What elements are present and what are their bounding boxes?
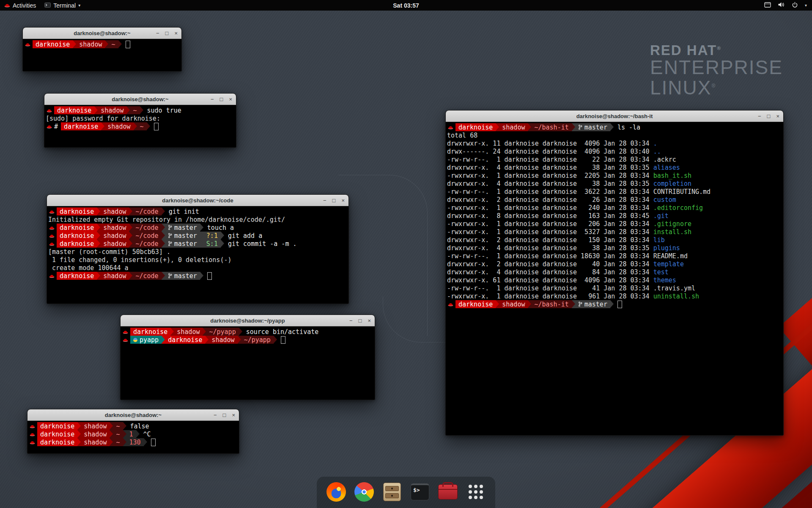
dock-item-toolbox[interactable] bbox=[437, 481, 459, 503]
prompt-segment-path: ~/pyapp bbox=[241, 336, 274, 344]
terminal-window-pyapp[interactable]: darknoise@shadow:~/pyapp −□× darknoisesh… bbox=[120, 315, 375, 400]
maximize-button[interactable]: □ bbox=[220, 97, 223, 102]
powerline-separator bbox=[123, 430, 126, 438]
titlebar[interactable]: darknoise@shadow:~ −□× bbox=[44, 94, 236, 105]
terminal-line: -rw-rw-r--. 1 darknoise darknoise 3622 J… bbox=[447, 188, 782, 196]
prompt-segment-path: ~ bbox=[113, 422, 123, 430]
maximize-button[interactable]: □ bbox=[332, 198, 336, 203]
terminal-line: drwxrwxr-x. 8 darknoise darknoise 163 Ja… bbox=[447, 212, 782, 220]
redhat-fedora-icon bbox=[447, 125, 455, 130]
powerline-separator bbox=[200, 232, 203, 240]
redhat-fedora-icon bbox=[48, 234, 57, 238]
minimize-button[interactable]: − bbox=[758, 113, 761, 119]
prompt-segment-host: shadow bbox=[81, 438, 110, 446]
volume-icon[interactable] bbox=[778, 2, 785, 9]
close-button[interactable]: × bbox=[229, 97, 232, 102]
terminal-line: darknoiseshadow~130 bbox=[29, 438, 238, 446]
dock-item-chrome[interactable] bbox=[353, 481, 375, 503]
ls-line-fields: -rwxrwxr-x. 1 darknoise darknoise 961 Ja… bbox=[447, 293, 653, 300]
redhat-fedora-icon bbox=[29, 440, 37, 444]
dock-item-app-grid[interactable] bbox=[465, 481, 487, 503]
prompt-segment-path: ~/code bbox=[132, 240, 161, 248]
chevron-down-icon[interactable]: ▾ bbox=[805, 3, 807, 8]
terminal-window-home-1[interactable]: darknoise@shadow:~ −□× darknoiseshadow~ bbox=[22, 27, 182, 72]
ls-file-name: lib bbox=[653, 236, 665, 244]
terminal-line: drwxrwxr-x. 2 darknoise darknoise 40 Jan… bbox=[447, 260, 782, 268]
terminal-line: 1 file changed, 0 insertions(+), 0 delet… bbox=[48, 256, 347, 264]
titlebar[interactable]: darknoise@shadow:~/code −□× bbox=[47, 195, 348, 206]
powerline-separator bbox=[73, 40, 76, 48]
minimize-button[interactable]: − bbox=[214, 412, 217, 418]
brand-linux: LINUX® bbox=[650, 78, 783, 98]
output-text: total 68 bbox=[447, 132, 477, 139]
minimize-button[interactable]: − bbox=[323, 198, 326, 203]
file-manager-icon bbox=[383, 483, 401, 501]
titlebar[interactable]: darknoise@shadow:~ −□× bbox=[27, 409, 239, 421]
terminal-window-home-2[interactable]: darknoise@shadow:~ −□× darknoiseshadow~f… bbox=[27, 409, 239, 454]
close-button[interactable]: × bbox=[341, 198, 345, 203]
titlebar[interactable]: darknoise@shadow:~ −□× bbox=[23, 28, 181, 39]
terminal-content[interactable]: darknoiseshadow~/pyappsource bin/activat… bbox=[121, 326, 375, 400]
window-switcher-icon[interactable] bbox=[764, 2, 771, 9]
close-button[interactable]: × bbox=[232, 412, 235, 418]
prompt-segment-git: master bbox=[575, 300, 610, 308]
terminal-line: Initialized empty Git repository in /hom… bbox=[48, 215, 347, 224]
ls-line-fields: drwxrwxr-x. 8 darknoise darknoise 163 Ja… bbox=[447, 212, 653, 220]
redhat-fedora-icon bbox=[122, 330, 130, 334]
dock-item-files[interactable] bbox=[381, 481, 403, 503]
titlebar[interactable]: darknoise@shadow:~/pyapp −□× bbox=[121, 315, 375, 326]
terminal-window-sudo[interactable]: darknoise@shadow:~ −□× darknoiseshadow~s… bbox=[44, 93, 236, 148]
power-icon[interactable] bbox=[792, 2, 798, 9]
powerline-separator bbox=[136, 430, 140, 438]
powerline-separator bbox=[101, 122, 104, 130]
output-text: 1 file changed, 0 insertions(+), 0 delet… bbox=[48, 256, 231, 264]
ls-file-name: .travis.yml bbox=[653, 284, 695, 292]
terminal-line: darknoiseshadow~sudo true bbox=[46, 106, 235, 114]
ls-line-fields: -rw-rw-r--. 1 darknoise darknoise 22 Jan… bbox=[447, 156, 653, 163]
maximize-button[interactable]: □ bbox=[165, 30, 169, 36]
powerline-separator bbox=[200, 272, 203, 280]
terminal-line: pyappdarknoiseshadow~/pyapp bbox=[122, 336, 373, 344]
minimize-button[interactable]: − bbox=[156, 30, 159, 36]
dock-item-terminal[interactable]: $> bbox=[409, 481, 431, 503]
branch-icon bbox=[168, 233, 172, 238]
terminal-content[interactable]: darknoiseshadow~/codegit initInitialized… bbox=[47, 206, 348, 304]
minimize-button[interactable]: − bbox=[349, 318, 353, 323]
close-button[interactable]: × bbox=[368, 318, 371, 323]
prompt-segment-user: darknoise bbox=[57, 232, 97, 240]
titlebar[interactable]: darknoise@shadow:~/bash-it −□× bbox=[446, 110, 783, 122]
app-menu-terminal[interactable]: Terminal ▾ bbox=[40, 0, 85, 11]
powerline-separator bbox=[170, 328, 174, 336]
prompt-segment-host: shadow bbox=[98, 106, 126, 114]
prompt-segment-user: darknoise bbox=[455, 300, 496, 308]
terminal-app-icon: $> bbox=[411, 483, 429, 500]
terminal-content[interactable]: darknoiseshadow~falsedarknoiseshadow~1^C… bbox=[27, 421, 239, 453]
terminal-line: -rwxrwxr-x. 1 darknoise darknoise 961 Ja… bbox=[447, 292, 782, 300]
terminal-content[interactable]: darknoiseshadow~sudo true[sudo] password… bbox=[44, 105, 236, 147]
ls-line-fields: -rwxrwxr-x. 1 darknoise darknoise 240 Ja… bbox=[447, 204, 653, 212]
powerline-separator bbox=[77, 438, 81, 446]
prompt-segment-path: ~/bash-it bbox=[531, 123, 571, 131]
clock[interactable]: Sat 03:57 bbox=[393, 2, 419, 9]
terminal-line: [sudo] password for darknoise: bbox=[46, 114, 235, 122]
ls-line-fields: drwxrwxr-x. 11 darknoise darknoise 4096 … bbox=[447, 140, 653, 147]
close-button[interactable]: × bbox=[776, 113, 779, 119]
activities-button[interactable]: Activities bbox=[0, 0, 40, 11]
terminal-menu-icon bbox=[44, 2, 51, 9]
minimize-button[interactable]: − bbox=[211, 97, 214, 102]
powerline-separator bbox=[203, 328, 206, 336]
ls-file-name: bash_it.sh bbox=[653, 172, 691, 179]
powerline-separator bbox=[162, 272, 165, 280]
dock-item-firefox[interactable] bbox=[325, 481, 347, 503]
prompt-segment-path: ~/code bbox=[132, 224, 161, 232]
maximize-button[interactable]: □ bbox=[767, 113, 771, 119]
maximize-button[interactable]: □ bbox=[223, 412, 226, 418]
ls-line-fields: drwxrwxr-x. 2 darknoise darknoise 26 Jan… bbox=[447, 196, 653, 204]
terminal-window-bash-it[interactable]: darknoise@shadow:~/bash-it −□× darknoise… bbox=[445, 110, 784, 436]
terminal-content[interactable]: darknoiseshadow~ bbox=[23, 39, 181, 71]
maximize-button[interactable]: □ bbox=[359, 318, 362, 323]
terminal-window-code[interactable]: darknoise@shadow:~/code −□× darknoisesha… bbox=[47, 194, 349, 304]
close-button[interactable]: × bbox=[174, 30, 178, 36]
terminal-content[interactable]: darknoiseshadow~/bash-itmasterls -latota… bbox=[446, 122, 783, 435]
terminal-line: drwxrwxr-x. 4 darknoise darknoise 38 Jan… bbox=[447, 244, 782, 252]
